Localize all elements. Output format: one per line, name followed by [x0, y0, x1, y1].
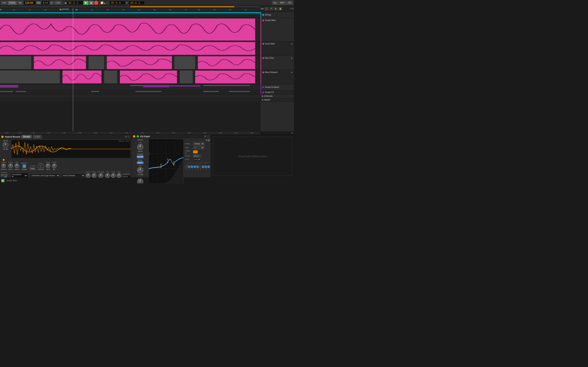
- attack-knob[interactable]: [1, 164, 6, 168]
- band-active-4[interactable]: [196, 166, 199, 168]
- chambers-select[interactable]: Chambers and Large Rooms: [30, 174, 60, 177]
- bottom-play-btn[interactable]: ▶: [1, 179, 4, 182]
- track-master[interactable]: [0, 98, 260, 102]
- follow-button[interactable]: Follow: [8, 1, 17, 5]
- eq-band-3-node[interactable]: [160, 164, 161, 168]
- loop-icon[interactable]: 🔁: [100, 1, 104, 4]
- capture-icon[interactable]: ◯: [106, 1, 109, 4]
- clip-nice-flow-5[interactable]: [198, 56, 255, 69]
- bass-value-btn[interactable]: Mono: [137, 161, 144, 164]
- reverb-tab-eq[interactable]: EQ: [33, 135, 42, 139]
- eq-icon-2[interactable]: ▩: [208, 139, 210, 142]
- ir-next[interactable]: ▶: [26, 175, 27, 176]
- quantize-display[interactable]: 1 Bar: [54, 1, 62, 5]
- ir-decay-knob[interactable]: [92, 173, 96, 178]
- band-type-3[interactable]: [197, 162, 203, 165]
- loop-position[interactable]: 45 . 4 . 4: [109, 1, 126, 5]
- clip-nice-flow-4[interactable]: [174, 56, 195, 69]
- clip-good-start[interactable]: [0, 42, 255, 55]
- reverb-settings-icon[interactable]: ⚙: [125, 135, 127, 138]
- q-knob[interactable]: [137, 179, 143, 184]
- phase-knob[interactable]: [52, 164, 57, 168]
- track-item-vocals-doubled[interactable]: Vocals Doubled: [260, 84, 294, 90]
- on-btn[interactable]: On: [193, 150, 198, 153]
- wave-knob[interactable]: [46, 164, 50, 168]
- decay-knob[interactable]: [8, 164, 13, 168]
- track-item-a-reverb[interactable]: A Reverb: [260, 94, 294, 98]
- clip-more-relaxed-2[interactable]: [104, 71, 117, 83]
- edit-select[interactable]: A: [193, 146, 204, 149]
- band-cb-1[interactable]: [185, 166, 188, 168]
- drop-zone[interactable]: Drop Audio Effects Here: [213, 137, 292, 176]
- mode-select[interactable]: Stereo: [193, 142, 204, 145]
- key-button[interactable]: Key: [272, 1, 278, 5]
- band-active-6[interactable]: [202, 166, 204, 168]
- band-type-1[interactable]: [185, 162, 191, 165]
- eq-display[interactable]: 12 6 0 12: [149, 139, 183, 184]
- record-button[interactable]: [94, 1, 98, 5]
- eq-settings-icon[interactable]: ⚙: [204, 135, 207, 138]
- track-item-vocals-fx[interactable]: Vocals FX: [260, 90, 294, 94]
- track-a-reverb[interactable]: [0, 94, 260, 98]
- rate-knob[interactable]: [111, 173, 116, 178]
- clip-vocals-main-1[interactable]: [0, 18, 255, 41]
- band-active-2[interactable]: [191, 166, 193, 168]
- eq-icon-1[interactable]: ■: [206, 139, 208, 142]
- send-knob[interactable]: [3, 142, 8, 148]
- track-item-nice-flow[interactable]: Nice Flow ▶: [260, 56, 294, 70]
- set-btn-3[interactable]: ■: [274, 7, 277, 10]
- clip-more-relaxed-4[interactable]: [180, 71, 193, 83]
- track-more-relaxed[interactable]: [0, 70, 260, 84]
- band-type-2[interactable]: [191, 162, 197, 165]
- track-strings[interactable]: [0, 12, 260, 18]
- eq-power-btn[interactable]: [133, 135, 135, 138]
- tempo-display[interactable]: 129.00: [24, 1, 36, 5]
- track-item-master[interactable]: Master: [260, 98, 294, 102]
- midi-clip-3[interactable]: [169, 85, 200, 86]
- track-vocals-fx[interactable]: [0, 90, 260, 94]
- track-item-more-relaxed[interactable]: More Relaxed ▶: [260, 70, 294, 84]
- vocal-chamber-select[interactable]: Vocal Chamber: [61, 174, 85, 177]
- reverb-power-btn[interactable]: [1, 136, 4, 138]
- midi-clip-1[interactable]: [0, 85, 18, 87]
- gain-knob[interactable]: [137, 167, 143, 173]
- parallel-icon[interactable]: [22, 164, 26, 168]
- zoom-display[interactable]: 15%: [286, 1, 293, 5]
- ir-prev[interactable]: ◀: [24, 175, 26, 176]
- midi-clip-4[interactable]: [203, 85, 250, 86]
- time-sig-display[interactable]: 4 / 4: [42, 1, 49, 5]
- reverb-resize-icon[interactable]: ☐: [128, 135, 130, 138]
- arrow-left-icon[interactable]: ◀: [64, 1, 66, 4]
- band-active-8[interactable]: [208, 166, 210, 168]
- track-vocals-doubled[interactable]: [0, 84, 260, 90]
- delay-left[interactable]: [37, 165, 41, 168]
- punch-icon[interactable]: ◣: [104, 1, 106, 4]
- delay-right[interactable]: [41, 165, 44, 168]
- band-inactive-5[interactable]: [199, 166, 201, 168]
- band-active-3[interactable]: [194, 166, 196, 168]
- link-button[interactable]: Link: [1, 1, 7, 5]
- freeze-selector[interactable]: Tides: [29, 167, 36, 170]
- tide-knob[interactable]: [105, 173, 110, 178]
- track-good-start[interactable]: [0, 42, 260, 56]
- band-active-7[interactable]: [205, 166, 207, 168]
- track-nice-flow[interactable]: [0, 56, 260, 70]
- vintage-value-btn[interactable]: Subtle: [137, 155, 144, 158]
- set-btn-1[interactable]: ◯: [264, 7, 269, 10]
- scroll-overview[interactable]: [0, 6, 260, 8]
- band-type-4[interactable]: [203, 162, 209, 165]
- clip-nice-flow-2[interactable]: [89, 56, 104, 69]
- reverb-tab-reverb[interactable]: Reverb: [21, 135, 32, 138]
- set-btn-2[interactable]: ✎: [269, 7, 273, 10]
- tap-button[interactable]: Tap: [17, 1, 23, 5]
- clip-more-relaxed-0[interactable]: [0, 71, 60, 83]
- rate2-knob[interactable]: [117, 173, 121, 178]
- eq-resize-icon[interactable]: ☐: [207, 135, 209, 138]
- end-position[interactable]: 18 . 0 . 1: [129, 1, 145, 5]
- clip-more-relaxed-5[interactable]: [195, 71, 255, 83]
- clip-more-relaxed-3[interactable]: [120, 71, 177, 83]
- clip-nice-flow-0[interactable]: [0, 56, 31, 69]
- damping-knob[interactable]: [99, 173, 103, 178]
- track-item-vocals-main[interactable]: Vocals Main: [260, 18, 294, 42]
- track-item-good-start[interactable]: Good Start ▶: [260, 42, 294, 56]
